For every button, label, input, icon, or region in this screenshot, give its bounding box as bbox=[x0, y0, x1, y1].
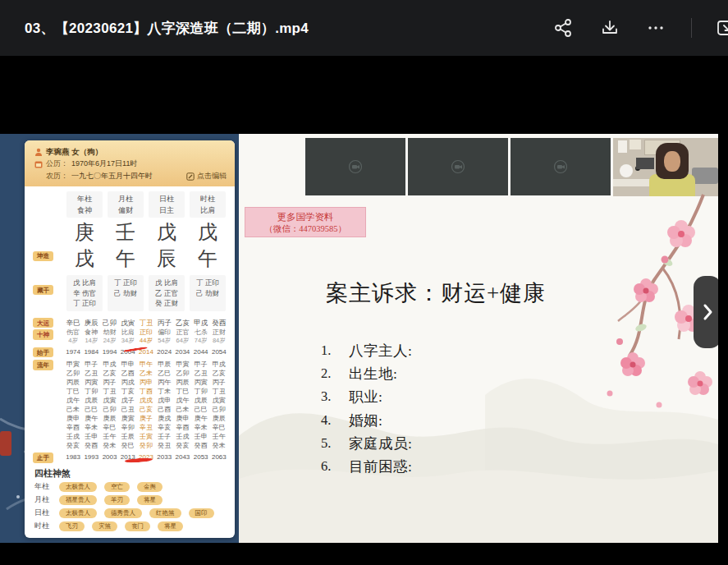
list-item: 1.八字主人: bbox=[321, 339, 412, 362]
participant-tile[interactable] bbox=[408, 138, 508, 195]
liunian-cell: 辛亥 bbox=[155, 423, 173, 432]
video-frame: 李琬燕 女（狗） 公历： 1970年6月17日11时 农历： 一九七〇年五月十 bbox=[0, 134, 718, 543]
list-number: 4. bbox=[321, 412, 349, 429]
video-player: 03、【20230621】八字深造班（二期）.mp4 bbox=[0, 0, 728, 565]
liunian-cell: 甲午 bbox=[137, 360, 155, 369]
shishen-tag: 十神 bbox=[33, 329, 53, 339]
liunian-cell: 甲子 bbox=[192, 360, 210, 369]
presenter-webcam-tile[interactable] bbox=[613, 138, 718, 196]
end-year: 2053 bbox=[192, 452, 210, 462]
earthly-branch: 午 bbox=[105, 247, 146, 270]
liunian-cell: 甲辰 bbox=[155, 360, 173, 369]
shensha-pill: 福星贵人 bbox=[59, 495, 97, 506]
end-year: 2003 bbox=[100, 452, 118, 462]
list-text: 职业: bbox=[349, 387, 382, 407]
liunian-row: 庚申庚午庚辰庚寅庚子庚戌庚申庚午庚辰 bbox=[64, 414, 228, 423]
list-item: 5.家庭成员: bbox=[321, 432, 412, 455]
liunian-cell: 己巳 bbox=[192, 405, 210, 414]
more-button[interactable] bbox=[645, 17, 666, 39]
liunian-cell: 乙亥 bbox=[100, 369, 118, 378]
hidden-stem: 辛 伤官 bbox=[66, 288, 103, 299]
dayun-section: 大运 十神 辛巳伤官4岁庚辰食神14岁己卯劫财24岁戊寅比肩34岁丁丑正印44岁… bbox=[25, 318, 235, 345]
liunian-cell: 庚辰 bbox=[100, 414, 118, 423]
shensha-title: 四柱神煞 bbox=[34, 467, 227, 479]
liunian-cell: 丁亥 bbox=[119, 387, 137, 396]
slide-list: 1.八字主人:2.出生地:3.职业:4.婚姻:5.家庭成员:6.目前困惑: bbox=[321, 339, 412, 478]
hidden-stem-column: 丁 正印己 劫财 bbox=[108, 275, 144, 311]
liunian-cell: 壬午 bbox=[210, 432, 228, 441]
list-item: 4.婚姻: bbox=[321, 409, 412, 432]
hidden-stem-column: 戊 比肩乙 正官癸 正财 bbox=[149, 275, 185, 311]
participant-tile[interactable] bbox=[511, 138, 611, 195]
hidden-stem-column: 丁 正印己 劫财 bbox=[190, 275, 226, 311]
liunian-cell: 乙丑 bbox=[82, 369, 100, 378]
liunian-cell: 癸亥 bbox=[173, 441, 191, 450]
liunian-cell: 癸巳 bbox=[119, 441, 137, 450]
heavenly-stem: 庚 bbox=[64, 221, 105, 244]
expand-panel-button[interactable] bbox=[694, 276, 718, 348]
liunian-cell: 甲申 bbox=[119, 360, 137, 369]
stems-row: 庚壬戊戊 bbox=[64, 221, 228, 244]
start-year-tag: 始于 bbox=[33, 347, 53, 357]
liunian-cell: 戊辰 bbox=[82, 396, 100, 405]
liunian-cell: 庚申 bbox=[173, 414, 191, 423]
liunian-cell: 己丑 bbox=[119, 405, 137, 414]
liunian-cell: 乙酉 bbox=[119, 369, 137, 378]
share-button[interactable] bbox=[553, 17, 575, 39]
liunian-cell: 丙辰 bbox=[64, 378, 82, 387]
camera-off-icon bbox=[552, 158, 569, 175]
dayun-column: 丙子偏印54岁 bbox=[155, 318, 173, 345]
chevron-right-icon bbox=[702, 303, 713, 321]
liunian-cell: 庚子 bbox=[137, 414, 155, 423]
pillar-column: 日柱日主 bbox=[149, 191, 185, 218]
pillar-column: 年柱食神 bbox=[66, 191, 103, 218]
pillar-name: 时柱 bbox=[190, 193, 226, 204]
dayun-column: 辛巳伤官4岁 bbox=[64, 318, 82, 345]
dayun-column: 戊寅比肩34岁 bbox=[119, 318, 137, 345]
shensha-pill: 金舆 bbox=[137, 482, 163, 493]
branches-row: 戌午辰午 bbox=[64, 247, 228, 270]
participant-tile[interactable] bbox=[305, 138, 405, 195]
end-year-tag: 止于 bbox=[33, 452, 53, 462]
promo-line1: 更多国学资料 bbox=[245, 210, 365, 223]
pillar-name: 日柱 bbox=[149, 193, 185, 204]
dayun-columns: 辛巳伤官4岁庚辰食神14岁己卯劫财24岁戊寅比肩34岁丁丑正印44岁丙子偏印54… bbox=[64, 318, 228, 345]
list-text: 八字主人: bbox=[349, 341, 412, 361]
dayun-ganzhi: 甲戌 bbox=[192, 318, 210, 328]
liunian-row: 丁巳丁卯丁丑丁亥丁酉丁未丁巳丁卯丁丑 bbox=[64, 387, 228, 396]
liunian-cell: 辛酉 bbox=[64, 423, 82, 432]
shensha-pill: 国印 bbox=[189, 508, 214, 519]
liunian-section: 流年 甲寅甲子甲戌甲申甲午甲辰甲寅甲子甲戌乙卯乙丑乙亥乙酉乙未乙巳乙卯乙丑乙亥丙… bbox=[25, 360, 235, 450]
shensha-pillar-label: 月柱 bbox=[34, 494, 59, 505]
list-text: 婚姻: bbox=[349, 411, 382, 430]
earthly-branch: 戌 bbox=[64, 247, 105, 270]
liunian-cell: 甲戌 bbox=[100, 360, 118, 369]
panda-plush bbox=[620, 164, 633, 177]
liunian-cell: 壬戌 bbox=[173, 432, 191, 441]
pillar-name: 月柱 bbox=[108, 193, 144, 204]
hidden-stem: 戊 比肩 bbox=[149, 278, 185, 288]
dayun-age: 14岁 bbox=[82, 337, 100, 345]
start-year: 1974 bbox=[64, 347, 82, 356]
download-button[interactable] bbox=[599, 17, 620, 39]
liunian-row: 辛酉辛未辛巳辛卯辛丑辛亥辛酉辛未辛巳 bbox=[64, 423, 228, 432]
bazi-chart-card: 李琬燕 女（狗） 公历： 1970年6月17日11时 农历： 一九七〇年五月十 bbox=[25, 140, 235, 538]
liunian-cell: 乙卯 bbox=[64, 369, 82, 378]
start-year: 1994 bbox=[100, 347, 118, 356]
list-text: 家庭成员: bbox=[349, 434, 412, 453]
liunian-cell: 己未 bbox=[173, 405, 191, 414]
dayun-ganzhi: 乙亥 bbox=[173, 318, 191, 328]
popout-window-button[interactable] bbox=[717, 17, 728, 39]
start-years: 197419841994200420142024203420442054 bbox=[64, 347, 228, 356]
edit-chart-button[interactable]: 点击编辑 bbox=[186, 170, 227, 182]
liunian-cell: 癸丑 bbox=[155, 441, 173, 450]
liunian-cell: 癸亥 bbox=[64, 441, 82, 450]
liunian-cell: 丁丑 bbox=[210, 387, 228, 396]
end-year: 1983 bbox=[64, 452, 82, 462]
liunian-cell: 丁未 bbox=[155, 387, 173, 396]
dayun-age: 84岁 bbox=[210, 337, 228, 345]
pillar-column: 时柱比肩 bbox=[190, 191, 226, 218]
dayun-age: 64岁 bbox=[173, 337, 191, 345]
start-year: 2034 bbox=[173, 347, 191, 356]
pillar-god: 偏财 bbox=[108, 204, 144, 216]
